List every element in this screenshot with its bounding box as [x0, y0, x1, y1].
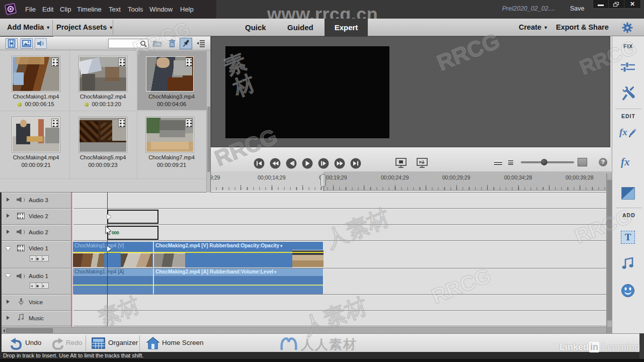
svg-text:K: K [419, 160, 422, 164]
